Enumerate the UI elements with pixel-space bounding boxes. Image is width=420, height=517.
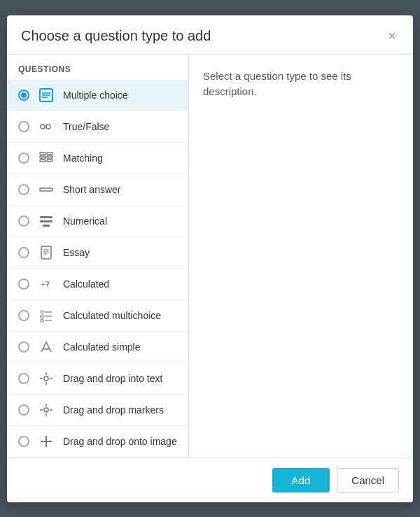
radio-calculated_multichoice: [18, 310, 29, 321]
radio-calculated_simple: [18, 341, 29, 353]
question-item-drag_drop_text[interactable]: Drag and drop into text: [7, 363, 188, 395]
radio-numerical: [18, 215, 29, 227]
question-label-calculated_multichoice: Calculated multichoice: [63, 310, 161, 321]
icon-shortanswer: [38, 181, 55, 198]
question-item-numerical[interactable]: Numerical: [7, 206, 188, 237]
icon-mc: [38, 87, 55, 104]
radio-drag_drop_text: [18, 373, 29, 384]
question-item-drag_drop_image[interactable]: Drag and drop onto image: [7, 426, 188, 458]
question-item-essay[interactable]: Essay: [7, 237, 188, 269]
svg-rect-13: [40, 216, 52, 218]
question-item-calculated_simple[interactable]: Calculated simple: [7, 332, 188, 363]
description-text: Select a question type to see its descri…: [203, 70, 351, 98]
question-item-calculated[interactable]: +? ÷ Calculated: [7, 269, 188, 300]
svg-rect-11: [47, 160, 52, 162]
modal-header: Choose a question type to add ×: [7, 15, 413, 55]
question-label-numerical: Numerical: [63, 215, 107, 227]
question-label-calculated: Calculated: [63, 278, 109, 290]
icon-ddimage: [38, 433, 55, 450]
icon-calcsimple: [38, 339, 55, 355]
radio-drag_drop_image: [18, 436, 29, 447]
svg-point-24: [41, 319, 43, 322]
description-panel: Select a question type to see its descri…: [189, 55, 413, 458]
svg-rect-7: [40, 156, 46, 158]
svg-rect-8: [40, 160, 46, 162]
icon-essay: [38, 244, 55, 261]
svg-point-34: [44, 408, 48, 412]
modal-body: QUESTIONS Multiple choice True/False: [7, 55, 413, 458]
modal-title: Choose a question type to add: [21, 28, 211, 44]
question-label-essay: Essay: [63, 247, 90, 258]
radio-drag_drop_markers: [18, 404, 29, 416]
svg-rect-15: [43, 225, 50, 227]
question-item-multiple_choice[interactable]: Multiple choice: [7, 80, 188, 111]
question-item-matching[interactable]: Matching: [7, 143, 188, 174]
svg-rect-14: [40, 220, 52, 222]
icon-calculated: +? ÷: [38, 276, 55, 292]
icon-numerical: [38, 213, 55, 229]
radio-essay: [18, 247, 29, 258]
svg-point-4: [41, 125, 45, 129]
radio-short_answer: [18, 184, 29, 195]
svg-text:÷: ÷: [46, 281, 49, 288]
modal-footer: Add Cancel: [7, 458, 413, 502]
radio-calculated: [18, 278, 29, 290]
question-label-drag_drop_text: Drag and drop into text: [63, 373, 162, 384]
question-item-drag_drop_markers[interactable]: Drag and drop markers: [7, 395, 188, 426]
svg-point-5: [46, 125, 50, 129]
questions-list: Multiple choice True/False Matching Shor…: [7, 80, 188, 458]
svg-rect-6: [40, 153, 46, 155]
question-label-true_false: True/False: [63, 121, 109, 132]
svg-point-22: [41, 311, 43, 313]
modal-dialog: Choose a question type to add × QUESTION…: [7, 15, 413, 502]
icon-ddmarkers: [38, 402, 55, 418]
radio-matching: [18, 153, 29, 164]
question-label-multiple_choice: Multiple choice: [63, 90, 128, 101]
svg-point-23: [41, 315, 43, 318]
add-button[interactable]: Add: [272, 468, 330, 493]
radio-true_false: [18, 121, 29, 132]
svg-rect-16: [41, 246, 51, 259]
radio-multiple_choice: [18, 90, 29, 101]
svg-point-29: [44, 376, 48, 381]
question-item-calculated_multichoice[interactable]: Calculated multichoice: [7, 300, 188, 332]
question-label-calculated_simple: Calculated simple: [63, 341, 141, 353]
questions-section-label: QUESTIONS: [7, 55, 188, 80]
question-label-short_answer: Short answer: [63, 184, 120, 195]
svg-rect-10: [47, 156, 52, 158]
icon-calcmulti: [38, 307, 55, 324]
modal-overlay: Choose a question type to add × QUESTION…: [0, 0, 420, 517]
question-label-drag_drop_markers: Drag and drop markers: [63, 404, 164, 416]
cancel-button[interactable]: Cancel: [337, 468, 399, 493]
svg-rect-9: [47, 153, 52, 155]
question-label-drag_drop_image: Drag and drop onto image: [63, 436, 177, 447]
icon-tf: [38, 118, 55, 135]
question-label-matching: Matching: [63, 153, 103, 164]
question-item-true_false[interactable]: True/False: [7, 111, 188, 143]
close-button[interactable]: ×: [385, 29, 399, 43]
svg-rect-12: [40, 188, 52, 191]
question-item-short_answer[interactable]: Short answer: [7, 174, 188, 206]
icon-matching: [38, 150, 55, 167]
questions-panel: QUESTIONS Multiple choice True/False: [7, 55, 189, 458]
icon-ddtext: [38, 370, 55, 387]
